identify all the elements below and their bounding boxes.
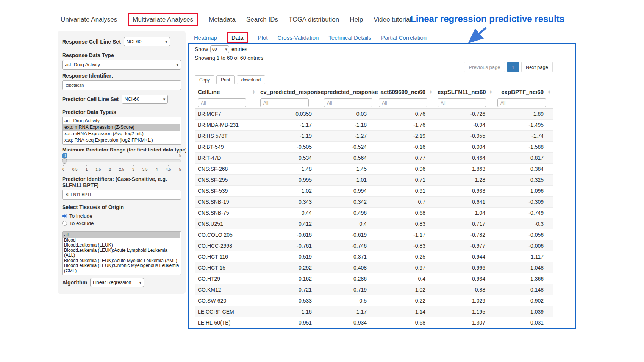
- value-cell: 1.096: [494, 188, 553, 194]
- tissue-radio-option[interactable]: To exclude: [62, 220, 181, 227]
- tab-plot[interactable]: Plot: [258, 34, 268, 41]
- table-row: CO:KM12-0.721-0.719-1.02-0.88-0.148: [195, 284, 553, 295]
- print-button[interactable]: Print: [216, 75, 235, 84]
- value-cell: 1.45: [321, 166, 376, 172]
- value-cell: -1.02: [376, 287, 435, 293]
- value-cell: -0.408: [321, 265, 376, 271]
- column-header[interactable]: expBPTF_nci60 ▲▼: [494, 89, 553, 95]
- value-cell: 0.464: [435, 155, 494, 161]
- tab-partial-correlation[interactable]: Partial Correlation: [381, 34, 427, 41]
- value-cell: -0.977: [435, 243, 494, 249]
- show-entries-prefix: Show: [195, 46, 208, 52]
- column-header-label: expSLFN11_nci60: [438, 89, 486, 95]
- table-row: CNS:SF-2681.481.450.961.8630.384: [195, 164, 553, 175]
- tissue-of-origin-label: Select Tissue/s of Origin: [62, 204, 181, 210]
- value-cell: 0.031: [494, 320, 553, 326]
- nav-item-label: TCGA distribution: [289, 16, 339, 23]
- tab-data[interactable]: Data: [227, 32, 248, 43]
- filter-cell: [321, 98, 376, 107]
- nav-help[interactable]: Help: [350, 16, 363, 23]
- column-filter-input[interactable]: [438, 98, 486, 107]
- value-cell: -0.505: [257, 144, 321, 150]
- column-filter-input[interactable]: [324, 98, 372, 107]
- slider-track[interactable]: [62, 159, 181, 162]
- table-body: BR:MCF70.03590.030.76-0.7261.89BR:MDA-MB…: [195, 109, 553, 328]
- tissue-option[interactable]: Blood:Leukemia (LEUK): [63, 243, 180, 248]
- value-cell: 1.89: [494, 111, 553, 117]
- value-cell: -0.966: [435, 265, 494, 271]
- slider-tick-label: 4.5: [166, 165, 171, 172]
- data-type-option[interactable]: xsq: RNA-seq Expression (log2 FPKM+1.): [63, 137, 180, 144]
- export-toolbar: Copy Print download: [195, 75, 558, 84]
- column-header[interactable]: act609699_nci60 ▲▼: [376, 89, 435, 95]
- value-cell: -0.619: [321, 232, 376, 238]
- data-type-option[interactable]: act: Drug Activity: [63, 118, 180, 124]
- tab-heatmap[interactable]: Heatmap: [194, 34, 217, 41]
- copy-button[interactable]: Copy: [195, 75, 214, 84]
- sort-icon: ▲▼: [548, 90, 550, 94]
- value-cell: -0.056: [494, 232, 553, 238]
- show-entries-select[interactable]: 60 ▾: [210, 45, 229, 53]
- predictor-identifiers-input[interactable]: [62, 190, 181, 200]
- value-cell: -0.3: [494, 221, 553, 227]
- response-cell-line-set-select[interactable]: NCI-60 ▾: [124, 37, 170, 46]
- table-row: BR:MCF70.03590.030.76-0.7261.89: [195, 109, 553, 120]
- response-cell-line-set-value: NCI-60: [127, 39, 142, 44]
- nav-search-ids[interactable]: Search IDs: [246, 16, 278, 23]
- tissue-option[interactable]: Blood:Leukemia (LEUK):Acute Lymphoid Leu…: [63, 248, 180, 258]
- response-identifier-input[interactable]: [62, 80, 181, 90]
- algorithm-select[interactable]: Linear Regression ▾: [90, 278, 144, 287]
- download-button[interactable]: download: [237, 75, 265, 84]
- column-header[interactable]: predicted_response ▲▼: [321, 89, 376, 95]
- value-cell: -0.719: [321, 287, 376, 293]
- nav-multivariate-analyses[interactable]: Multivariate Analyses: [128, 13, 198, 26]
- tab-label: Partial Correlation: [381, 34, 427, 41]
- tissue-option[interactable]: all: [63, 232, 180, 238]
- page-number-button[interactable]: 1: [507, 62, 519, 72]
- value-cell: 1.04: [435, 210, 494, 216]
- nav-metadata[interactable]: Metadata: [209, 16, 236, 23]
- filter-cell: [494, 98, 553, 107]
- cell-line-cell: BR:BT-549: [195, 144, 257, 150]
- tissue-option[interactable]: Blood:Leukemia (LEUK):Acute Myeloid Leuk…: [63, 258, 180, 264]
- sort-icon: ▲▼: [430, 90, 432, 94]
- column-filter-input[interactable]: [497, 98, 546, 107]
- tissue-radio-option[interactable]: To include: [62, 212, 181, 220]
- column-filter-input[interactable]: [260, 98, 309, 107]
- nav-item-label: Multivariate Analyses: [133, 16, 193, 23]
- value-cell: 1.863: [435, 166, 494, 172]
- response-data-type-select[interactable]: act: Drug Activity ▾: [62, 60, 181, 70]
- tissue-radio-group: To include To exclude: [62, 212, 181, 227]
- tab-technical-details[interactable]: Technical Details: [328, 34, 371, 41]
- cell-line-cell: BR:T-47D: [195, 155, 257, 161]
- column-filter-input[interactable]: [198, 98, 246, 107]
- slider-tick-labels: 00.511.522.533.544.55: [62, 165, 181, 172]
- tissue-option[interactable]: Blood: [63, 238, 180, 243]
- sort-icon: ▲▼: [489, 90, 492, 94]
- cell-line-cell: CO:HCT-116: [195, 254, 257, 260]
- previous-page-button[interactable]: Previous page: [464, 62, 505, 72]
- column-header[interactable]: cv_predicted_response ▲▼: [257, 89, 321, 95]
- min-predictor-range-label: Minimum Predictor Range (for first liste…: [62, 147, 181, 153]
- tab-label: Technical Details: [328, 34, 371, 41]
- table-row: CNS:SF-2950.9951.010.711.280.325: [195, 175, 553, 186]
- data-type-option[interactable]: exp: mRNA Expression (Z-Score): [63, 124, 180, 131]
- nav-tcga-distribution[interactable]: TCGA distribution: [289, 16, 339, 23]
- value-cell: -0.148: [494, 287, 553, 293]
- slider-handle[interactable]: [62, 158, 67, 164]
- value-cell: -0.94: [435, 122, 494, 128]
- column-filter-input[interactable]: [379, 98, 427, 107]
- value-cell: 1.039: [494, 309, 553, 315]
- predictor-cell-line-set-select[interactable]: NCI-60 ▾: [122, 95, 168, 104]
- cell-line-cell: CNS:SF-268: [195, 166, 257, 172]
- column-header[interactable]: expSLFN11_nci60 ▲▼: [435, 89, 494, 95]
- annotation-title: Linear regression predictive results: [405, 14, 564, 24]
- tab-cross-validation[interactable]: Cross-Validation: [277, 34, 319, 41]
- tissue-option[interactable]: Blood:Leukemia (LEUK):Chronic Myelogenou…: [63, 263, 180, 273]
- next-page-button[interactable]: Next page: [521, 62, 553, 72]
- column-header[interactable]: CellLine ▲▼: [195, 89, 257, 95]
- value-cell: 0.994: [321, 188, 376, 194]
- nav-univariate-analyses[interactable]: Univariate Analyses: [61, 16, 117, 23]
- slider-tick-label: 3.5: [142, 165, 148, 172]
- data-type-option[interactable]: xai: mRNA Expression (Avg. log2 Int.): [63, 131, 180, 137]
